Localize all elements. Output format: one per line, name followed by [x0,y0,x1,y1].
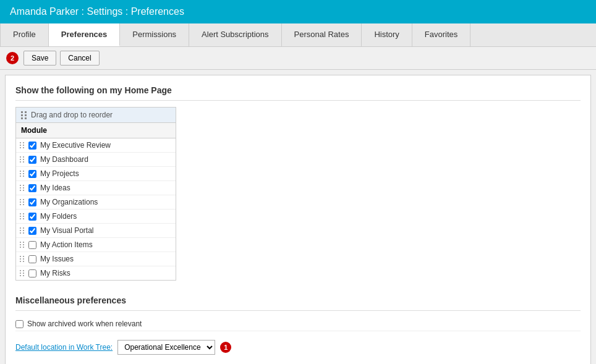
drag-handle-icon [20,213,25,219]
badge-1: 1 [220,342,231,353]
page-header: Amanda Parker : Settings : Preferences [0,0,596,23]
module-label-risks[interactable]: My Risks [40,269,70,277]
checkbox-issues[interactable] [28,255,36,263]
drag-handle-icon [20,242,25,248]
module-label-ideas[interactable]: My Ideas [40,184,70,192]
module-label-issues[interactable]: My Issues [40,255,74,263]
module-label-visual-portal[interactable]: My Visual Portal [40,226,93,235]
tab-favorites[interactable]: Favorites [412,23,470,46]
default-location-label[interactable]: Default location in Work Tree: [15,343,113,352]
checkbox-projects[interactable] [28,170,36,178]
module-row-visual-portal[interactable]: My Visual Portal [16,224,176,238]
main-content: Show the following on my Home Page Drag … [5,75,591,364]
checkbox-ideas[interactable] [28,184,36,192]
module-row-executive-review[interactable]: My Executive Review [16,138,176,153]
tab-permissions[interactable]: Permissions [120,23,189,46]
misc-section-title: Miscellaneous preferences [15,295,581,311]
checkbox-visual-portal[interactable] [28,227,36,235]
module-col-header: Module [16,123,176,138]
tab-history[interactable]: History [362,23,412,46]
tab-alert-subscriptions[interactable]: Alert Subscriptions [189,23,281,46]
drag-handle-icon [20,256,25,262]
module-label-projects[interactable]: My Projects [40,169,79,178]
badge-2: 2 [6,52,19,64]
checkbox-organizations[interactable] [28,198,36,206]
drag-handle-icon [20,199,25,205]
default-location-select[interactable]: Operational Excellence My Projects My Wo… [117,340,215,355]
drag-handle-icon [20,142,25,148]
cancel-button[interactable]: Cancel [60,51,99,66]
drag-handle-icon [20,227,25,234]
misc-section: Miscellaneous preferences Show archived … [15,295,581,355]
checkbox-dashboard[interactable] [28,156,36,164]
checkbox-risks[interactable] [28,269,36,277]
module-row-organizations[interactable]: My Organizations [16,195,176,210]
header-title: Amanda Parker : Settings : Preferences [10,6,184,17]
save-button[interactable]: Save [23,51,56,66]
tab-profile[interactable]: Profile [0,23,49,46]
tab-personal-rates[interactable]: Personal Rates [282,23,362,46]
archived-label[interactable]: Show archived work when relevant [27,320,142,328]
checkbox-archived[interactable] [15,320,23,328]
tab-preferences[interactable]: Preferences [49,23,120,46]
module-label-executive-review[interactable]: My Executive Review [40,141,111,150]
checkbox-folders[interactable] [28,213,36,221]
module-row-projects[interactable]: My Projects [16,167,176,181]
module-row-folders[interactable]: My Folders [16,210,176,224]
drag-handle-icon [20,171,25,177]
drag-label: Drag and drop to reorder [31,111,113,119]
module-label-organizations[interactable]: My Organizations [40,198,98,206]
module-row-issues[interactable]: My Issues [16,252,176,266]
module-label-dashboard[interactable]: My Dashboard [40,155,88,164]
drag-handle-icon [20,156,25,163]
module-row-dashboard[interactable]: My Dashboard [16,153,176,167]
module-row-ideas[interactable]: My Ideas [16,181,176,195]
module-label-action-items[interactable]: My Action Items [40,240,93,249]
toolbar: 2 Save Cancel [0,47,596,70]
checkbox-executive-review[interactable] [28,142,36,150]
drag-grid-icon [21,111,27,119]
module-table: Drag and drop to reorder Module My Execu… [15,107,176,281]
tab-bar: Profile Preferences Permissions Alert Su… [0,23,596,47]
homepage-section-title: Show the following on my Home Page [15,85,581,101]
drag-handle-icon [20,270,25,276]
module-row-action-items[interactable]: My Action Items [16,238,176,252]
module-row-risks[interactable]: My Risks [16,266,176,280]
module-label-folders[interactable]: My Folders [40,212,77,221]
checkbox-action-items[interactable] [28,241,36,249]
default-location-row: Default location in Work Tree: Operation… [15,340,581,355]
drag-header: Drag and drop to reorder [16,108,176,123]
archived-row: Show archived work when relevant [15,317,581,331]
drag-handle-icon [20,185,25,191]
